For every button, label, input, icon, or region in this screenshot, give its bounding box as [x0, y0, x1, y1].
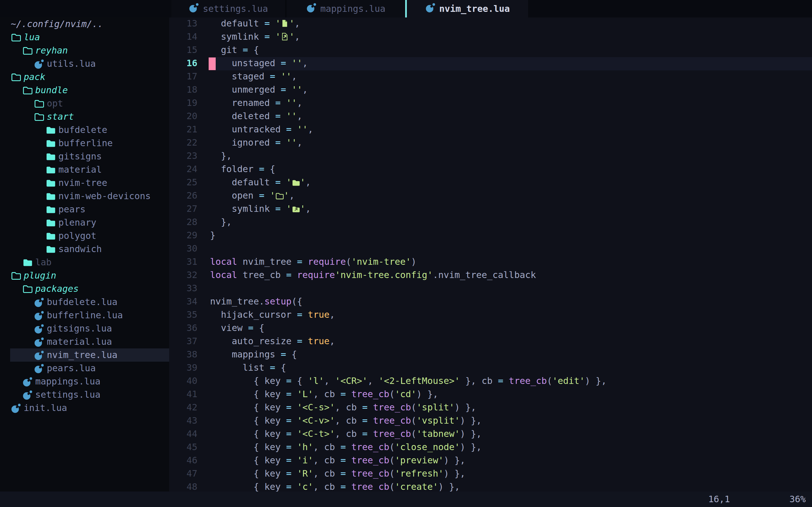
tree-item-label: bufferline.lua [47, 310, 123, 321]
code-line-text: local nvim_tree = require('nvim-tree') [210, 256, 416, 267]
code-line-14[interactable]: 14 symlink = '', [169, 31, 812, 44]
code-line-36[interactable]: 36 view = { [169, 322, 812, 335]
code-line-43[interactable]: 43 { key = '<C-v>', cb = tree_cb('vsplit… [169, 414, 812, 428]
line-number: 44 [169, 429, 197, 439]
tree-item-bufferline.lua[interactable]: bufferline.lua [0, 309, 169, 322]
line-number: 24 [169, 164, 197, 174]
tab-nvim_tree.lua[interactable]: nvim_tree.lua [407, 0, 528, 17]
code-line-28[interactable]: 28 }, [169, 216, 812, 229]
tree-item-nvim-web-devicons[interactable]: nvim-web-devicons [0, 189, 169, 203]
code-line-23[interactable]: 23 }, [169, 150, 812, 163]
tree-item-settings.lua[interactable]: settings.lua [0, 388, 169, 401]
code-line-47[interactable]: 47 { key = 'R', cb = tree_cb('refresh') … [169, 467, 812, 481]
code-line-text: untracked = '', [210, 124, 313, 135]
tree-item-lab[interactable]: lab [0, 256, 169, 269]
code-line-18[interactable]: 18 unmerged = '', [169, 83, 812, 97]
tree-item-lua[interactable]: lua [0, 31, 169, 44]
code-line-48[interactable]: 48 { key = 'c', cb = tree_cb('create') }… [169, 481, 812, 492]
tree-item-label: lua [24, 32, 40, 43]
tree-item-pack[interactable]: pack [0, 70, 169, 83]
code-line-text: symlink = '', [210, 31, 300, 42]
code-line-33[interactable]: 33 [169, 282, 812, 295]
tree-item-label: pears [58, 204, 86, 215]
tree-item-plugin[interactable]: plugin [0, 269, 169, 282]
code-line-22[interactable]: 22 ignored = '', [169, 136, 812, 150]
code-line-44[interactable]: 44 { key = '<C-t>', cb = tree_cb('tabnew… [169, 428, 812, 441]
code-line-40[interactable]: 40 { key = { 'l', '<CR>', '<2-LeftMouse>… [169, 375, 812, 388]
code-line-38[interactable]: 38 mappings = { [169, 348, 812, 362]
tree-item-reyhan[interactable]: reyhan [0, 44, 169, 57]
code-line-16[interactable]: 16 unstaged = '', [169, 57, 812, 70]
code-line-17[interactable]: 17 staged = '', [169, 70, 812, 83]
lua-file-icon [189, 3, 199, 13]
tree-item-packages[interactable]: packages [0, 282, 169, 295]
tree-item-label: plugin [24, 270, 56, 281]
code-line-46[interactable]: 46 { key = 'i', cb = tree_cb('preview') … [169, 454, 812, 467]
folder-icon [11, 33, 21, 43]
code-line-37[interactable]: 37 auto_resize = true, [169, 335, 812, 348]
tree-item-bufferline[interactable]: bufferline [0, 136, 169, 150]
code-line-35[interactable]: 35 hijack_cursor = true, [169, 309, 812, 322]
lua-file-icon [34, 311, 44, 321]
code-line-20[interactable]: 20 deleted = '', [169, 110, 812, 123]
lua-file-icon [11, 403, 21, 413]
lua-file-icon [425, 3, 435, 13]
tree-item-pears[interactable]: pears [0, 203, 169, 216]
tree-item-opt[interactable]: opt [0, 97, 169, 110]
line-number: 27 [169, 203, 197, 214]
code-line-34[interactable]: 34nvim_tree.setup({ [169, 295, 812, 309]
tree-item-sandwich[interactable]: sandwich [0, 242, 169, 256]
code-line-45[interactable]: 45 { key = 'h', cb = tree_cb('close_node… [169, 441, 812, 454]
tree-item-label: nvim-web-devicons [58, 191, 151, 202]
tree-item-gitsigns.lua[interactable]: gitsigns.lua [0, 322, 169, 335]
code-line-30[interactable]: 30 [169, 242, 812, 256]
tree-item-gitsigns[interactable]: gitsigns [0, 150, 169, 163]
code-line-41[interactable]: 41 { key = 'L', cb = tree_cb('cd') }, [169, 388, 812, 401]
tree-item-label: init.lua [24, 402, 67, 413]
tab-mappings.lua[interactable]: mappings.lua [287, 0, 405, 17]
tree-item-start[interactable]: start [0, 110, 169, 123]
code-line-24[interactable]: 24 folder = { [169, 163, 812, 176]
code-line-text: { key = '<C-v>', cb = tree_cb('vsplit') … [210, 415, 481, 426]
tree-item-mappings.lua[interactable]: mappings.lua [0, 375, 169, 388]
code-line-31[interactable]: 31local nvim_tree = require('nvim-tree') [169, 256, 812, 269]
tree-item-nvim-tree[interactable]: nvim-tree [0, 176, 169, 189]
code-line-text: unstaged = '', [210, 58, 308, 68]
tree-item-utils.lua[interactable]: utils.lua [0, 57, 169, 70]
code-line-15[interactable]: 15 git = { [169, 44, 812, 57]
code-line-42[interactable]: 42 { key = '<C-s>', cb = tree_cb('split'… [169, 401, 812, 414]
code-line-13[interactable]: 13 default = '', [169, 17, 812, 31]
tree-item-material.lua[interactable]: material.lua [0, 335, 169, 348]
tree-item-material[interactable]: material [0, 163, 169, 176]
line-number: 29 [169, 230, 197, 240]
tree-item-bufdelete.lua[interactable]: bufdelete.lua [0, 295, 169, 309]
code-line-25[interactable]: 25 default = '', [169, 176, 812, 189]
code-line-27[interactable]: 27 symlink = '', [169, 203, 812, 216]
code-line-26[interactable]: 26 open = '', [169, 189, 812, 203]
code-line-32[interactable]: 32local tree_cb = require'nvim-tree.conf… [169, 269, 812, 282]
code-line-29[interactable]: 29} [169, 229, 812, 242]
tree-item-nvim_tree.lua[interactable]: nvim_tree.lua [0, 348, 169, 362]
tree-item-bundle[interactable]: bundle [0, 83, 169, 97]
code-line-text: }, [210, 217, 232, 227]
code-line-39[interactable]: 39 list = { [169, 362, 812, 375]
code-line-21[interactable]: 21 untracked = '', [169, 123, 812, 136]
tab-settings.lua[interactable]: settings.lua [171, 0, 285, 17]
folder-icon [34, 112, 44, 122]
code-line-text: renamed = '', [210, 98, 303, 108]
folder-filled-icon [45, 152, 56, 162]
file-icon [281, 18, 289, 28]
tree-item-label: bundle [35, 85, 68, 96]
tree-item-init.lua[interactable]: init.lua [0, 401, 169, 414]
tree-item-pears.lua[interactable]: pears.lua [0, 362, 169, 375]
folder-filled-icon [45, 191, 56, 202]
code-line-19[interactable]: 19 renamed = '', [169, 97, 812, 110]
tree-item-bufdelete[interactable]: bufdelete [0, 123, 169, 136]
tree-item-label: gitsigns.lua [47, 323, 112, 334]
tree-item-polygot[interactable]: polygot [0, 229, 169, 242]
tree-item-label: sandwich [58, 244, 102, 255]
tree-item-plenary[interactable]: plenary [0, 216, 169, 229]
folder-filled-icon [45, 178, 56, 188]
tree-item-label: pack [24, 71, 45, 82]
tree-root[interactable]: ~/.config/nvim/.. [0, 17, 169, 31]
